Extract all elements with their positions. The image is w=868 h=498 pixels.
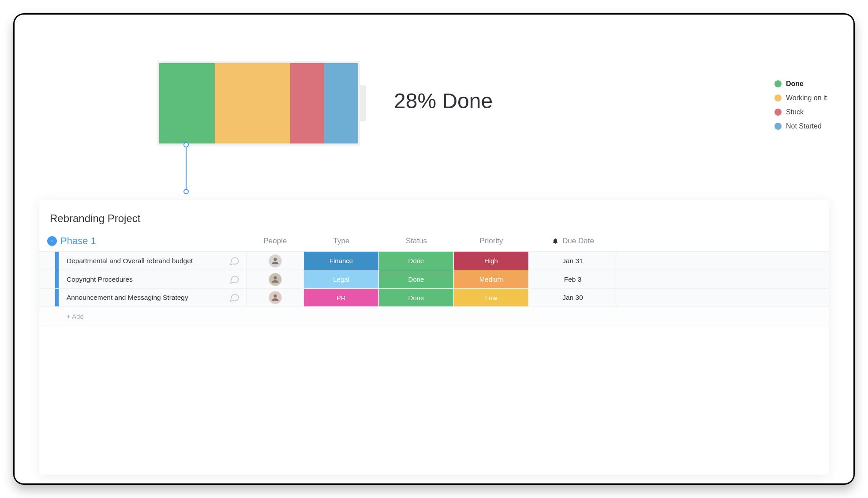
trailing-cell [617, 289, 829, 306]
column-due-label: Due Date [562, 237, 594, 245]
row-color-bar [55, 270, 59, 288]
task-rows: Departmental and Overall rebrand budgetF… [39, 251, 829, 307]
chat-icon[interactable] [228, 255, 240, 267]
battery-segment[interactable] [290, 63, 324, 143]
legend-label: Done [786, 80, 804, 88]
battery-segment[interactable] [324, 63, 358, 143]
chat-icon[interactable] [228, 274, 240, 285]
priority-pill[interactable]: High [454, 252, 529, 270]
bell-icon [552, 238, 559, 245]
connector-handle-top[interactable] [183, 142, 189, 147]
group-name[interactable]: Phase 1 [60, 235, 96, 247]
legend-item[interactable]: Done [774, 80, 827, 88]
task-name[interactable]: Copyright Procedures [59, 275, 228, 283]
column-people[interactable]: People [247, 237, 304, 245]
add-task-label: + Add [59, 313, 84, 320]
task-cell[interactable]: Announcement and Messaging Strategy [39, 289, 247, 306]
legend-dot [774, 123, 782, 130]
status-pill[interactable]: Done [379, 289, 454, 306]
add-row[interactable]: + Add [39, 307, 829, 325]
type-pill[interactable]: Legal [304, 270, 379, 288]
battery-segment[interactable] [159, 63, 215, 143]
column-status[interactable]: Status [379, 237, 454, 245]
connector-line [186, 147, 187, 190]
app-frame: 28% Done DoneWorking on itStuckNot Start… [13, 13, 855, 485]
people-cell[interactable] [247, 270, 304, 288]
status-pill[interactable]: Done [379, 252, 454, 270]
task-name[interactable]: Departmental and Overall rebrand budget [59, 257, 228, 265]
trailing-cell [617, 270, 829, 288]
legend-dot [774, 80, 782, 87]
column-due-date[interactable]: Due Date [529, 237, 617, 245]
legend-item[interactable]: Working on it [774, 94, 827, 102]
status-pill[interactable]: Done [379, 270, 454, 288]
chat-icon[interactable] [228, 292, 240, 303]
board-panel: Rebranding Project Phase 1 People Type S… [39, 200, 829, 475]
type-pill[interactable]: Finance [304, 252, 379, 270]
column-priority[interactable]: Priority [454, 237, 529, 245]
task-name[interactable]: Announcement and Messaging Strategy [59, 294, 228, 302]
trailing-cell [617, 252, 829, 270]
battery-segment[interactable] [215, 63, 290, 143]
progress-section: 28% Done DoneWorking on itStuckNot Start… [15, 15, 853, 191]
progress-label: 28% Done [394, 89, 493, 113]
group-header: Phase 1 People Type Status Priority Due … [39, 235, 829, 251]
legend-dot [774, 94, 782, 102]
task-cell[interactable]: Departmental and Overall rebrand budget [39, 252, 247, 270]
avatar[interactable] [269, 273, 282, 286]
due-date-cell[interactable]: Feb 3 [529, 270, 617, 288]
battery-tip [360, 85, 366, 121]
table-row[interactable]: Copyright ProceduresLegalDoneMediumFeb 3 [39, 270, 829, 288]
row-color-bar [55, 252, 59, 270]
due-date-cell[interactable]: Jan 30 [529, 289, 617, 306]
task-cell[interactable]: Copyright Procedures [39, 270, 247, 288]
legend-dot [774, 109, 782, 116]
legend-item[interactable]: Stuck [774, 108, 827, 116]
table-row[interactable]: Departmental and Overall rebrand budgetF… [39, 251, 829, 270]
priority-pill[interactable]: Medium [454, 270, 529, 288]
legend-label: Working on it [786, 94, 827, 102]
column-type[interactable]: Type [304, 237, 379, 245]
people-cell[interactable] [247, 289, 304, 306]
due-date-cell[interactable]: Jan 31 [529, 252, 617, 270]
priority-pill[interactable]: Low [454, 289, 529, 306]
legend-label: Not Started [786, 122, 822, 130]
status-legend: DoneWorking on itStuckNot Started [774, 80, 827, 130]
progress-battery[interactable] [157, 61, 360, 146]
avatar[interactable] [269, 291, 282, 304]
collapse-icon[interactable] [47, 236, 57, 246]
table-row[interactable]: Announcement and Messaging StrategyPRDon… [39, 288, 829, 307]
legend-label: Stuck [786, 108, 804, 116]
avatar[interactable] [269, 254, 282, 268]
type-pill[interactable]: PR [304, 289, 379, 306]
connector-handle-bottom[interactable] [183, 189, 189, 194]
people-cell[interactable] [247, 252, 304, 270]
board-title[interactable]: Rebranding Project [39, 212, 829, 235]
legend-item[interactable]: Not Started [774, 122, 827, 130]
row-color-bar [55, 289, 59, 306]
